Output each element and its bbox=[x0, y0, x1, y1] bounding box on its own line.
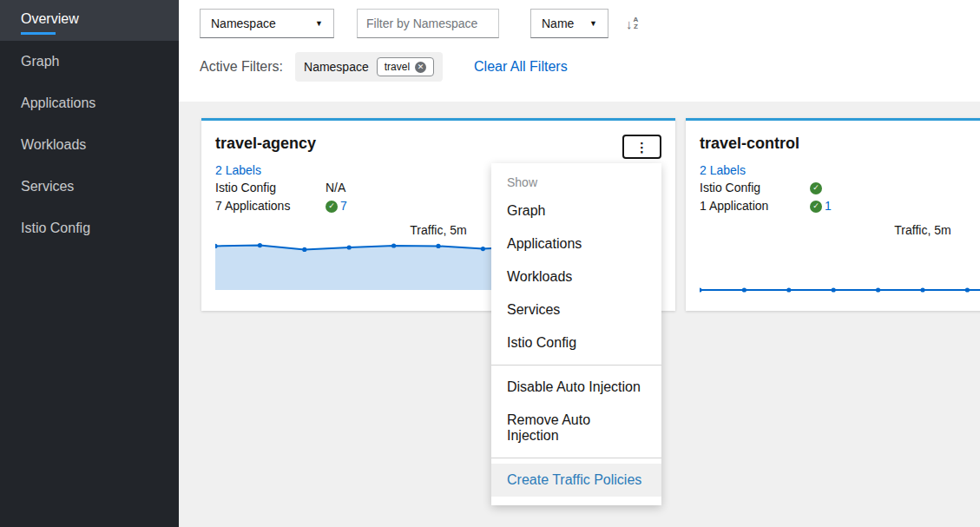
overview-toolbar-section: Namespace ▼ Name ▼ ↓ AZ Active Filters: … bbox=[179, 0, 980, 102]
menu-separator bbox=[491, 365, 661, 366]
namespace-filter-input[interactable] bbox=[357, 9, 499, 38]
applications-row: 1 Application ✓ 1 bbox=[700, 197, 980, 215]
sidebar-item-label: Applications bbox=[21, 96, 95, 111]
menu-item-services[interactable]: Services bbox=[491, 293, 661, 326]
sort-by-select-value: Name bbox=[542, 16, 574, 30]
active-filters-label: Active Filters: bbox=[200, 59, 283, 75]
card-header: travel-agency ⋮ bbox=[215, 135, 661, 161]
sidebar-item-overview[interactable]: Overview bbox=[0, 0, 179, 41]
sidebar-item-label: Istio Config bbox=[21, 221, 90, 236]
sidebar-item-label: Graph bbox=[21, 54, 59, 69]
caret-down-icon: ▼ bbox=[315, 19, 323, 28]
sidebar-item-services[interactable]: Services bbox=[0, 166, 179, 208]
caret-down-icon: ▼ bbox=[589, 19, 597, 28]
menu-item-create-traffic-policies[interactable]: Create Traffic Policies bbox=[491, 464, 661, 497]
traffic-chart-title: Traffic, 5m bbox=[700, 222, 980, 239]
sidebar-item-label: Services bbox=[21, 179, 74, 194]
sidebar-item-label: Overview bbox=[21, 11, 79, 35]
filter-type-select-value: Namespace bbox=[211, 16, 276, 30]
filter-type-select[interactable]: Namespace ▼ bbox=[200, 9, 334, 38]
traffic-sparkline-chart bbox=[700, 240, 980, 293]
vertical-nav: Overview Graph Applications Workloads Se… bbox=[0, 0, 179, 527]
active-filters-row: Active Filters: Namespace travel ✕ Clear… bbox=[179, 52, 980, 82]
istio-config-status-text: N/A bbox=[326, 179, 345, 197]
sidebar-item-workloads[interactable]: Workloads bbox=[0, 124, 179, 166]
istio-config-label: Istio Config bbox=[215, 179, 326, 197]
istio-config-value: ✓ N/A bbox=[326, 179, 345, 197]
kebab-vertical-icon: ⋮ bbox=[635, 141, 648, 154]
namespace-actions-menu: Show Graph Applications Workloads Servic… bbox=[491, 163, 661, 505]
sort-by-select[interactable]: Name ▼ bbox=[530, 9, 608, 38]
sort-order-button[interactable]: ↓ AZ bbox=[624, 15, 640, 32]
namespace-chip-group: Namespace travel ✕ bbox=[295, 52, 443, 82]
namespace-card-travel-control: travel-control 2 Labels Istio Config ✓ 1… bbox=[686, 118, 980, 311]
sidebar-item-graph[interactable]: Graph bbox=[0, 41, 179, 82]
healthy-count: 1 bbox=[825, 197, 832, 215]
clear-all-filters-link[interactable]: Clear All Filters bbox=[474, 59, 568, 75]
filter-toolbar: Namespace ▼ Name ▼ ↓ AZ bbox=[179, 0, 980, 38]
istio-config-label: Istio Config bbox=[700, 179, 810, 197]
check-circle-icon: ✓ bbox=[810, 201, 822, 213]
namespace-title: travel-agency bbox=[215, 135, 316, 153]
applications-health[interactable]: ✓ 7 bbox=[326, 197, 347, 215]
kebab-menu-button[interactable]: ⋮ bbox=[622, 135, 661, 159]
istio-config-value[interactable]: ✓ bbox=[810, 179, 825, 197]
times-circle-icon[interactable]: ✕ bbox=[415, 62, 426, 73]
menu-item-applications[interactable]: Applications bbox=[491, 227, 661, 260]
applications-label: 1 Application bbox=[700, 197, 810, 215]
check-circle-icon: ✓ bbox=[810, 182, 822, 194]
menu-item-workloads[interactable]: Workloads bbox=[491, 260, 661, 293]
menu-item-graph[interactable]: Graph bbox=[491, 194, 661, 227]
menu-item-disable-auto-injection[interactable]: Disable Auto Injection bbox=[491, 371, 661, 404]
check-circle-icon: ✓ bbox=[326, 201, 338, 213]
menu-item-istio-config[interactable]: Istio Config bbox=[491, 326, 661, 359]
sidebar-item-istio-config[interactable]: Istio Config bbox=[0, 208, 179, 249]
card-header: travel-control bbox=[700, 135, 980, 161]
applications-label: 7 Applications bbox=[215, 197, 326, 215]
sidebar-item-label: Workloads bbox=[21, 137, 86, 153]
chip-group-category: Namespace bbox=[304, 60, 369, 74]
labels-link[interactable]: 2 Labels bbox=[215, 162, 261, 179]
labels-link[interactable]: 2 Labels bbox=[700, 162, 746, 179]
applications-health[interactable]: ✓ 1 bbox=[810, 197, 832, 215]
filter-chip-travel: travel ✕ bbox=[377, 57, 434, 76]
menu-group-header: Show bbox=[491, 168, 661, 194]
healthy-count: 7 bbox=[340, 197, 347, 215]
namespace-title: travel-control bbox=[700, 135, 799, 153]
sidebar-item-applications[interactable]: Applications bbox=[0, 82, 179, 124]
sort-alpha-down-icon: ↓ bbox=[626, 17, 633, 30]
istio-config-row: Istio Config ✓ bbox=[700, 179, 980, 197]
filter-chip-label: travel bbox=[385, 61, 410, 73]
menu-separator bbox=[491, 458, 661, 458]
sort-alpha-letters: AZ bbox=[634, 16, 639, 30]
menu-item-remove-auto-injection[interactable]: Remove Auto Injection bbox=[491, 404, 661, 452]
